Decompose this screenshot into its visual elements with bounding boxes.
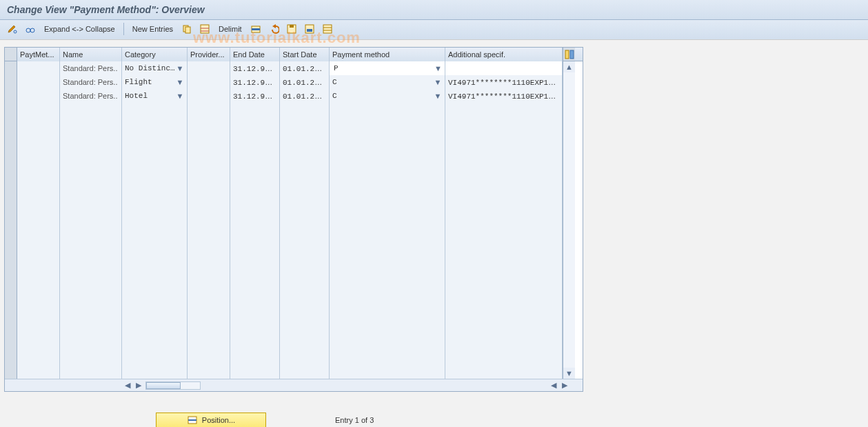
cell-category[interactable] xyxy=(122,324,188,337)
row-selector[interactable] xyxy=(5,337,17,351)
cell-category[interactable] xyxy=(122,117,188,130)
row-selector[interactable] xyxy=(5,282,17,296)
table-settings-button[interactable] xyxy=(563,48,575,61)
dropdown-arrow-icon[interactable]: ▼ xyxy=(176,77,184,88)
cell-category[interactable]: No Distinc…▼ xyxy=(122,61,188,75)
row-selector[interactable] xyxy=(5,186,17,199)
cell-category[interactable] xyxy=(122,186,188,199)
cell-payment-method[interactable] xyxy=(330,296,445,310)
cell-payment-method[interactable] xyxy=(330,130,445,144)
row-selector[interactable] xyxy=(5,75,17,89)
row-selector[interactable] xyxy=(5,130,17,144)
cell-additional-specif[interactable] xyxy=(445,144,563,158)
cell-category[interactable] xyxy=(122,296,188,310)
row-selector[interactable] xyxy=(5,296,17,310)
cell-additional-specif[interactable] xyxy=(445,241,563,255)
col-header-category[interactable]: Category xyxy=(122,48,188,61)
cell-payment-method[interactable] xyxy=(330,103,445,117)
select-all-header[interactable] xyxy=(5,48,17,61)
col-header-end-date[interactable]: End Date xyxy=(230,48,280,61)
cell-payment-method[interactable] xyxy=(330,365,445,379)
horizontal-scroll-track[interactable] xyxy=(145,381,201,390)
cell-category[interactable] xyxy=(122,144,188,158)
cell-payment-method[interactable]: ▼ xyxy=(330,61,445,75)
cell-payment-method[interactable] xyxy=(330,324,445,337)
row-selector[interactable] xyxy=(5,324,17,337)
cell-additional-specif[interactable] xyxy=(445,199,563,213)
cell-additional-specif[interactable] xyxy=(445,227,563,241)
cell-additional-specif[interactable] xyxy=(445,365,563,379)
cell-payment-method[interactable] xyxy=(330,351,445,365)
cell-category[interactable] xyxy=(122,103,188,117)
row-selector[interactable] xyxy=(5,199,17,213)
select-all-button[interactable] xyxy=(196,22,213,36)
cell-additional-specif[interactable] xyxy=(445,158,563,172)
horizontal-scrollbar[interactable]: ◀ ▶ ◀ ▶ xyxy=(5,379,583,391)
cell-category[interactable] xyxy=(122,158,188,172)
vertical-scrollbar[interactable]: ▲ ▼ xyxy=(563,61,575,379)
cell-additional-specif[interactable] xyxy=(445,268,563,282)
new-entries-button[interactable]: New Entries xyxy=(128,22,177,36)
cell-additional-specif[interactable] xyxy=(445,337,563,351)
cell-additional-specif[interactable] xyxy=(445,296,563,310)
cell-payment-method[interactable] xyxy=(330,117,445,130)
col-header-provider[interactable]: Provider... xyxy=(188,48,230,61)
cell-additional-specif[interactable] xyxy=(445,324,563,337)
col-header-paymet[interactable]: PaytMet... xyxy=(17,48,60,61)
col-header-name[interactable]: Name xyxy=(60,48,122,61)
scroll-left-step-button[interactable]: ▶ xyxy=(133,380,144,391)
cell-additional-specif[interactable] xyxy=(445,117,563,130)
cell-payment-method[interactable] xyxy=(330,282,445,296)
row-selector[interactable] xyxy=(5,172,17,186)
cell-category[interactable] xyxy=(122,130,188,144)
row-selector[interactable] xyxy=(5,213,17,227)
cell-additional-specif[interactable] xyxy=(445,172,563,186)
additional-specif-input[interactable] xyxy=(448,63,559,75)
dropdown-arrow-icon[interactable]: ▼ xyxy=(434,63,442,74)
row-selector[interactable] xyxy=(5,351,17,365)
cell-category[interactable] xyxy=(122,351,188,365)
cell-additional-specif[interactable] xyxy=(445,103,563,117)
row-selector[interactable] xyxy=(5,227,17,241)
cell-category[interactable] xyxy=(122,268,188,282)
delete-button[interactable] xyxy=(248,22,264,36)
other-view-button[interactable] xyxy=(22,22,39,36)
toggle-change-display-button[interactable] xyxy=(4,22,21,36)
row-selector[interactable] xyxy=(5,365,17,379)
scroll-up-button[interactable]: ▲ xyxy=(563,61,575,72)
cell-payment-method[interactable] xyxy=(330,199,445,213)
cell-additional-specif[interactable] xyxy=(445,351,563,365)
cell-additional-specif[interactable]: VI4971********1110EXP1212 xyxy=(445,75,563,89)
row-selector[interactable] xyxy=(5,158,17,172)
row-selector[interactable] xyxy=(5,103,17,117)
cell-category[interactable] xyxy=(122,365,188,379)
cell-payment-method[interactable] xyxy=(330,241,445,255)
cell-additional-specif[interactable] xyxy=(445,61,563,75)
row-selector[interactable] xyxy=(5,144,17,158)
cell-category[interactable] xyxy=(122,172,188,186)
dropdown-arrow-icon[interactable]: ▼ xyxy=(434,90,442,101)
vertical-scroll-track[interactable] xyxy=(563,72,575,368)
scroll-right-step-button[interactable]: ◀ xyxy=(548,380,559,391)
undo-button[interactable] xyxy=(265,22,282,36)
cell-payment-method[interactable] xyxy=(330,310,445,324)
dropdown-arrow-icon[interactable]: ▼ xyxy=(176,63,184,74)
dropdown-arrow-icon[interactable]: ▼ xyxy=(434,77,442,88)
cell-payment-method[interactable] xyxy=(330,144,445,158)
col-header-start-date[interactable]: Start Date xyxy=(280,48,330,61)
cell-additional-specif[interactable] xyxy=(445,310,563,324)
payment-method-input[interactable] xyxy=(332,63,434,74)
row-selector[interactable] xyxy=(5,61,17,75)
row-selector[interactable] xyxy=(5,268,17,282)
cell-category[interactable] xyxy=(122,255,188,268)
position-button[interactable]: Position... xyxy=(156,413,266,427)
row-selector[interactable] xyxy=(5,310,17,324)
save-button[interactable] xyxy=(283,22,300,36)
row-selector[interactable] xyxy=(5,255,17,268)
select-block-button[interactable] xyxy=(301,22,318,36)
row-selector[interactable] xyxy=(5,241,17,255)
scroll-down-button[interactable]: ▼ xyxy=(563,368,575,379)
scroll-right-button[interactable]: ▶ xyxy=(559,380,570,391)
cell-category[interactable] xyxy=(122,241,188,255)
cell-additional-specif[interactable]: VI4971********1110EXP1212 xyxy=(445,89,563,103)
